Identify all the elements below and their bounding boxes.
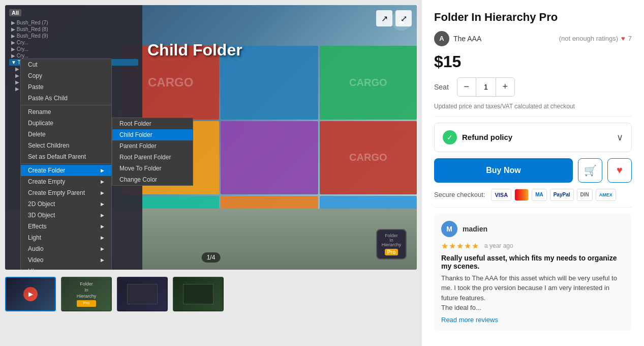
submenu-change-color[interactable]: Change Color [112, 174, 193, 185]
separator-2 [434, 207, 632, 208]
submenu-child-folder[interactable]: Child Folder [112, 129, 193, 140]
refund-policy-left: ✓ Refund policy [443, 130, 512, 145]
context-menu-3d-object[interactable]: 3D Object [21, 210, 111, 221]
payment-mastercard: MC [514, 189, 529, 201]
separator [434, 116, 632, 117]
context-menu-effects[interactable]: Effects [21, 221, 111, 232]
secure-checkout-row: Secure checkout: VISA MC MA PayPal DIN A… [434, 189, 632, 201]
submenu-create-folder: Root Folder Child Folder Parent Folder R… [112, 118, 193, 186]
context-menu-paste[interactable]: Paste [21, 81, 111, 93]
context-menu-light[interactable]: Light [21, 232, 111, 243]
submenu-root-parent-folder[interactable]: Root Parent Folder [112, 152, 193, 163]
context-menu-set-default-parent[interactable]: Set as Default Parent [21, 151, 111, 162]
thumbnail-strip: ▶ FolderInHierarchy Pro [5, 275, 417, 313]
context-menu-2d-object[interactable]: 2D Object [21, 198, 111, 210]
thumbnail-2[interactable]: FolderInHierarchy Pro [61, 277, 112, 311]
hierarchy-panel: All ▶ Bush_Red (7) ▶ Bush_Red (8) ▶ Bush… [5, 5, 142, 270]
actions-row: Buy Now 🛒 ♥ [434, 158, 632, 183]
context-menu-video[interactable]: Video [21, 254, 111, 266]
payment-amex: AMEX [596, 189, 616, 201]
context-menu-paste-child[interactable]: Paste As Child [21, 93, 111, 104]
review-stars: ★★★★★ [441, 241, 479, 251]
context-menu-select-children[interactable]: Select Children [21, 140, 111, 151]
quantity-input[interactable] [476, 78, 496, 96]
seat-row: Seat − + [434, 77, 632, 97]
payment-maestro: MA [532, 189, 547, 201]
context-menu-delete[interactable]: Delete [21, 129, 111, 140]
refund-policy-toggle[interactable]: ✓ Refund policy ∨ [434, 123, 632, 152]
heart-icon: ♥ [621, 35, 625, 42]
thumbnail-3[interactable] [117, 277, 168, 311]
left-panel: CARGO CARGO CARGO CARGO CARGO All [0, 0, 422, 346]
hierarchy-item: ▶ Cry... [9, 39, 138, 46]
author-row: A The AAA (not enough ratings) ♥ 7 [434, 31, 632, 46]
submenu-move-to-folder[interactable]: Move To Folder [112, 163, 193, 174]
share-button[interactable]: ↗ [376, 10, 392, 26]
payment-paypal: PayPal [550, 189, 574, 201]
context-menu-cut[interactable]: Cut [21, 59, 111, 70]
shield-check-icon: ✓ [443, 130, 457, 145]
wishlist-button[interactable]: ♥ [607, 158, 632, 183]
buy-now-button[interactable]: Buy Now [434, 158, 573, 183]
heart-icon: ♥ [617, 164, 623, 176]
ratings-label: (not enough ratings) [559, 35, 618, 42]
ratings-info: (not enough ratings) ♥ 7 [559, 35, 632, 42]
review-card: M madien ★★★★★ a year ago Really useful … [434, 214, 632, 331]
main-image-container: CARGO CARGO CARGO CARGO CARGO All [5, 5, 417, 270]
avatar: A [434, 31, 449, 46]
vat-note: Updated price and taxes/VAT calculated a… [434, 103, 632, 110]
hierarchy-item: ▶ Bush_Red (7) [9, 19, 138, 26]
context-menu-create-folder[interactable]: Create Folder [21, 165, 111, 176]
secure-checkout-label: Secure checkout: [434, 191, 485, 198]
reviewer-name: madien [463, 225, 487, 233]
context-menu-copy[interactable]: Copy [21, 70, 111, 81]
submenu-parent-folder[interactable]: Parent Folder [112, 140, 193, 152]
seat-label: Seat [434, 83, 449, 91]
review-header: M madien [441, 221, 625, 237]
reviewer-avatar: M [441, 221, 457, 237]
cart-icon: 🛒 [584, 164, 597, 177]
product-title: Folder In Hierarchy Pro [434, 10, 632, 25]
thumbnail-4[interactable] [173, 277, 224, 311]
quantity-decrease-button[interactable]: − [457, 78, 476, 96]
review-text: Thanks to The AAA for this asset which w… [441, 273, 625, 313]
hierarchy-item: ▶ Bush_Red (9) [9, 33, 138, 39]
image-counter: 1/4 [202, 252, 221, 263]
context-menu-create-empty-parent[interactable]: Create Empty Parent [21, 187, 111, 198]
image-toolbar: ↗ ⤢ [376, 10, 412, 26]
review-time: a year ago [484, 242, 513, 249]
payment-diners: DIN [577, 189, 593, 201]
context-menu-create-empty[interactable]: Create Empty [21, 176, 111, 187]
review-title: Really useful asset, which fits my needs… [441, 254, 625, 270]
submenu-root-folder[interactable]: Root Folder [112, 118, 193, 129]
quantity-control: − + [457, 77, 515, 97]
context-menu-audio[interactable]: Audio [21, 243, 111, 254]
scene-background: CARGO CARGO CARGO CARGO CARGO All [5, 5, 417, 270]
thumbnail-1[interactable]: ▶ [5, 277, 56, 311]
likes-count: 7 [628, 35, 632, 42]
payment-icons: VISA MC MA PayPal DIN AMEX [491, 189, 616, 201]
chevron-down-icon: ∨ [617, 132, 623, 143]
hierarchy-item: ▶ Bush_Red (8) [9, 26, 138, 33]
context-menu-rename[interactable]: Rename [21, 106, 111, 118]
review-meta: ★★★★★ a year ago [441, 241, 625, 251]
quantity-increase-button[interactable]: + [496, 78, 514, 96]
product-price: $15 [434, 52, 632, 71]
read-more-reviews-link[interactable]: Read more reviews [441, 316, 498, 324]
context-menu-duplicate[interactable]: Duplicate [21, 118, 111, 129]
right-panel: Folder In Hierarchy Pro A The AAA (not e… [422, 0, 644, 346]
author-info: A The AAA [434, 31, 481, 46]
author-name: The AAA [453, 35, 481, 43]
context-menu: Cut Copy Paste Paste As Child Rename Dup… [20, 59, 112, 270]
context-menu-ui[interactable]: UI [21, 266, 111, 270]
hierarchy-item: ▶ Cry... [9, 46, 138, 52]
child-folder-label: Child Folder [147, 41, 242, 60]
expand-button[interactable]: ⤢ [395, 10, 412, 26]
refund-policy-label: Refund policy [462, 133, 512, 141]
pro-badge: Folder In Hierarchy Pro [376, 229, 407, 260]
cart-button[interactable]: 🛒 [578, 158, 602, 183]
payment-visa: VISA [491, 189, 511, 201]
